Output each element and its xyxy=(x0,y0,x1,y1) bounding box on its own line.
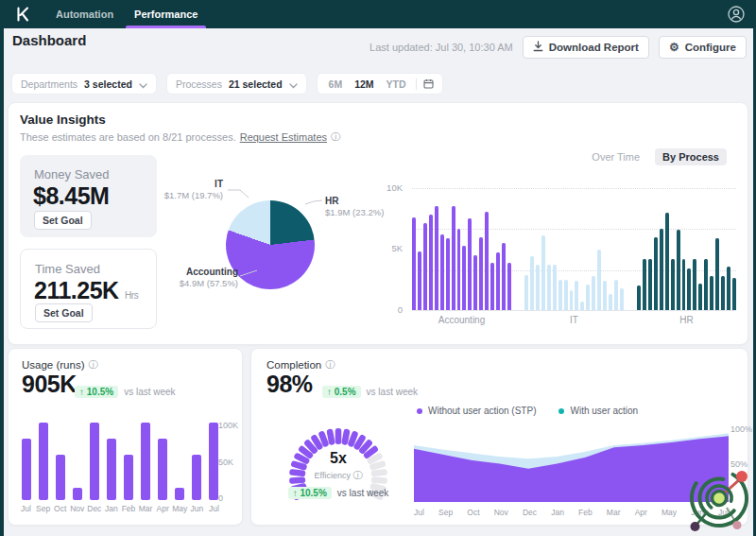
money-saved-label: Money Saved xyxy=(34,167,110,182)
time-saved-unit: Hrs xyxy=(125,290,138,301)
completion-title: Completion ⓘ xyxy=(266,358,335,372)
info-icon[interactable]: ⓘ xyxy=(88,358,97,372)
nav-tab-automation[interactable]: Automation xyxy=(45,0,124,28)
efficiency-label: Efficiency ⓘ xyxy=(277,469,400,482)
usage-delta: ↑ 10.5% vs last week xyxy=(75,386,176,398)
time-saved-value: 211.25K Hrs xyxy=(34,277,138,304)
legend-item-user-action: With user action xyxy=(558,406,638,416)
watermark-target-icon xyxy=(687,462,755,532)
configure-button[interactable]: ⚙ Configure xyxy=(659,36,747,59)
pie-label-accounting: Accounting $4.9M (57.5%) xyxy=(180,267,238,288)
efficiency-value: 5x xyxy=(277,450,400,467)
completion-months: JulSepOctNovDecJanFebMarAprMayJunJul xyxy=(414,508,729,517)
chevron-down-icon xyxy=(139,76,147,93)
range-option-6m[interactable]: 6M xyxy=(326,78,346,90)
y-axis-label: 0 xyxy=(374,304,403,315)
usage-chart: JulSepOctNovDecJanFebMarAprMayJunJul xyxy=(20,423,220,513)
pie-label-it: IT $1.7M (19.7%) xyxy=(164,179,223,200)
divider xyxy=(416,78,417,90)
last-updated-text: Last updated: Jul 30, 10:30 AM xyxy=(369,42,513,53)
info-icon[interactable]: ⓘ xyxy=(352,470,362,480)
nav-tabs: Automation Performance xyxy=(45,0,208,28)
info-icon[interactable]: ⓘ xyxy=(325,358,335,372)
set-goal-button-time[interactable]: Set Goal xyxy=(35,303,93,322)
delta-up-badge: ↑ 10.5% xyxy=(75,386,118,398)
y-axis-label: 0 xyxy=(218,493,223,503)
nav-tab-performance[interactable]: Performance xyxy=(124,0,208,28)
time-saved-label: Time Saved xyxy=(35,262,100,276)
money-saved-value: $8.45M xyxy=(33,182,109,210)
request-estimates-link[interactable]: Request Estimates xyxy=(240,131,327,143)
usage-value: 905K xyxy=(22,371,77,398)
gear-icon: ⚙ xyxy=(669,42,679,53)
chevron-down-icon xyxy=(289,76,298,93)
value-insights-card: Value Insights These estimates are based… xyxy=(8,102,748,345)
money-saved-card: Money Saved $8.45M Set Goal xyxy=(20,155,157,237)
top-navbar: Automation Performance xyxy=(0,0,756,28)
user-avatar-icon[interactable] xyxy=(728,6,745,26)
download-icon xyxy=(533,41,543,54)
legend-dot xyxy=(417,408,422,414)
bar-group-hr: HR xyxy=(637,188,736,310)
legend-dot xyxy=(558,408,564,414)
range-option-ytd[interactable]: YTD xyxy=(384,78,409,90)
bar-group-it: IT xyxy=(524,188,624,310)
completion-area-svg xyxy=(414,426,729,507)
toggle-option-by-process[interactable]: By Process xyxy=(655,148,727,165)
delta-up-badge: ↑ 0.5% xyxy=(322,386,361,398)
time-saved-card: Time Saved 211.25K Hrs Set Goal xyxy=(20,249,157,329)
completion-delta: ↑ 0.5% vs last week xyxy=(322,386,418,398)
delta-up-badge: ↑ 10.5% xyxy=(288,487,332,499)
info-icon[interactable]: ⓘ xyxy=(331,130,340,144)
completion-value: 98% xyxy=(266,371,313,398)
logo-icon[interactable] xyxy=(13,0,32,28)
completion-card: Completion ⓘ 98% ↑ 0.5% vs last week Wit… xyxy=(250,348,748,526)
download-report-button[interactable]: Download Report xyxy=(523,36,649,59)
y-axis-label: 100K xyxy=(218,421,238,430)
toggle-option-over-time[interactable]: Over Time xyxy=(584,148,647,165)
efficiency-delta: ↑ 10.5% vs last week xyxy=(277,487,400,499)
by-process-plot: AccountingITHR xyxy=(412,188,736,311)
y-axis-label: 100% xyxy=(730,424,752,434)
range-option-12m[interactable]: 12M xyxy=(352,78,376,90)
value-insights-title: Value Insights xyxy=(20,112,106,127)
usage-title: Usage (runs) ⓘ xyxy=(22,358,97,372)
usage-card: Usage (runs) ⓘ 905K ↑ 10.5% vs last week… xyxy=(8,348,243,526)
value-insights-subtitle: These estimates are based on 8/21 proces… xyxy=(20,130,340,144)
y-axis-label: 10K xyxy=(374,182,403,193)
y-axis-label: 5K xyxy=(374,243,403,253)
filter-bar: Departments 3 selected Processes 21 sele… xyxy=(11,73,443,95)
completion-legend: Without user action (STP) With user acti… xyxy=(417,406,638,416)
departments-filter[interactable]: Departments 3 selected xyxy=(11,73,157,95)
pie-label-hr: HR $1.9M (23.2%) xyxy=(325,196,384,217)
header-actions: Last updated: Jul 30, 10:30 AM Download … xyxy=(369,36,747,59)
set-goal-button-money[interactable]: Set Goal xyxy=(34,211,92,230)
processes-filter[interactable]: Processes 21 selected xyxy=(166,73,307,95)
calendar-icon[interactable] xyxy=(423,76,434,93)
view-toggle: Over Time By Process xyxy=(584,148,727,165)
window-edge-left xyxy=(0,0,4,536)
y-axis-label: 50K xyxy=(218,458,233,467)
bar-group-accounting: Accounting xyxy=(412,188,511,310)
time-range-selector: 6M 12M YTD xyxy=(317,73,443,95)
legend-item-stp: Without user action (STP) xyxy=(417,406,536,416)
page-title: Dashboard xyxy=(12,32,86,48)
